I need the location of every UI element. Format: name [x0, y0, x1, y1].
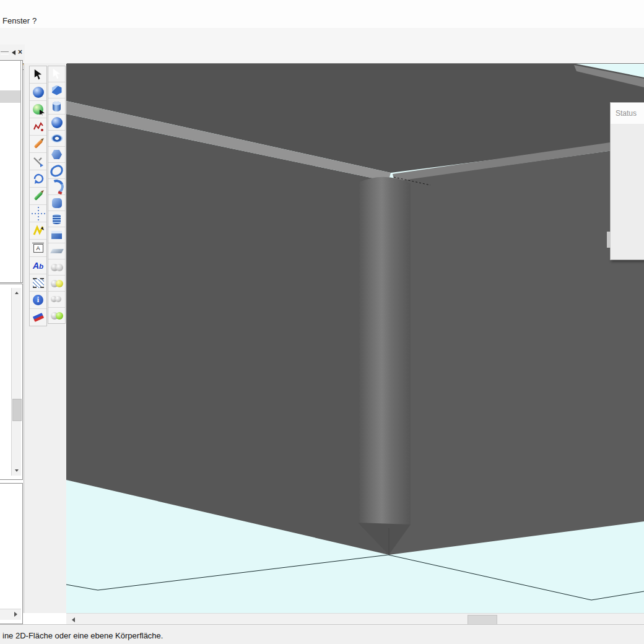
erase-button[interactable] — [30, 309, 46, 326]
status-panel-handle[interactable] — [607, 232, 611, 248]
browser-panel-top — [0, 60, 23, 283]
hatch-icon — [33, 278, 44, 288]
3d-viewport[interactable] — [66, 64, 644, 613]
boolean-intersect-button[interactable] — [48, 308, 65, 323]
hatch-area-button[interactable] — [30, 274, 46, 292]
dock-close-icon[interactable]: × — [18, 48, 22, 56]
status-bar: ine 2D-Fläche oder eine ebene Körperfläc… — [0, 627, 644, 644]
scroll-down-icon[interactable] — [12, 466, 21, 476]
torus-icon — [51, 134, 63, 142]
eraser-icon — [32, 313, 43, 322]
lightning-icon — [32, 225, 45, 237]
browser-horizontal-scrollbar[interactable] — [0, 609, 21, 620]
scroll-right-icon[interactable] — [11, 609, 20, 619]
status-message: ine 2D-Fläche oder eine ebene Körperfläc… — [2, 631, 163, 640]
menu-bar: Fenster ? — [0, 0, 644, 28]
scroll-left-icon[interactable] — [68, 615, 79, 625]
cube-icon — [52, 85, 62, 95]
info-button[interactable]: i — [30, 292, 46, 309]
plate-icon — [50, 249, 64, 253]
box-front-right-face — [389, 146, 644, 555]
format-toolbar — [0, 28, 644, 44]
sweep-pipe-button[interactable] — [48, 179, 65, 195]
status-panel: Status — [610, 102, 644, 260]
primitive-sphere-button[interactable] — [48, 115, 65, 131]
helix-button[interactable] — [48, 211, 65, 227]
tool-column-edit: A Ab i — [29, 66, 47, 326]
primitive-torus-button[interactable] — [48, 131, 65, 147]
box-front-left-face — [66, 114, 389, 555]
prism-icon — [51, 150, 62, 159]
primitive-cube-button[interactable] — [48, 82, 65, 98]
cylinder-icon — [53, 102, 61, 111]
menu-fenster[interactable]: Fenster — [0, 15, 32, 27]
point-cross-icon — [38, 213, 39, 214]
fillet-body-button[interactable] — [48, 195, 65, 211]
spheres-intersect-icon — [51, 311, 63, 320]
slab-button[interactable] — [48, 227, 65, 243]
pliers-icon — [32, 156, 45, 167]
wire-edit-button[interactable] — [30, 118, 46, 136]
sphere-icon — [51, 117, 63, 128]
box-corner-cylinder — [358, 177, 411, 527]
fillet-cube-icon — [52, 198, 62, 208]
scroll-up-icon[interactable] — [12, 288, 21, 298]
tool-column-solids — [48, 66, 66, 324]
browser-divider — [20, 61, 21, 282]
view-toolbar: Standard XY E 2D — [0, 44, 644, 64]
profile-loop-button[interactable] — [48, 163, 65, 179]
status-panel-header[interactable]: Status — [611, 103, 644, 124]
application-window: Fenster ? — [0, 0, 644, 644]
dock-grip-icon[interactable] — [1, 51, 9, 54]
wire-clamp-icon — [32, 121, 45, 133]
primitive-prism-button[interactable] — [48, 147, 65, 163]
plate-button[interactable] — [48, 243, 65, 259]
pencil-orange-icon — [33, 139, 43, 149]
scroll-thumb[interactable] — [12, 399, 22, 421]
dimension-label-icon: A — [33, 244, 43, 253]
orbit-select-button[interactable] — [30, 101, 46, 118]
spheres-pair-icon — [51, 295, 63, 304]
boolean-union-button[interactable] — [48, 259, 65, 276]
dimension-button[interactable]: A — [30, 240, 46, 257]
browser-panel-list — [0, 284, 23, 480]
modify-tools-button[interactable] — [30, 153, 46, 170]
primitive-cylinder-button[interactable] — [48, 98, 65, 115]
browser-header-strip — [0, 90, 20, 103]
pencil-green-icon — [33, 191, 43, 201]
browser-panel-bottom — [0, 483, 23, 624]
helix-coil-icon — [53, 214, 61, 224]
status-panel-title: Status — [616, 109, 637, 118]
spheres-subtract-icon — [51, 279, 63, 288]
pick-cursor-button[interactable] — [48, 66, 65, 82]
sketch-pencil-button[interactable] — [30, 136, 46, 153]
pick-cursor-icon — [52, 69, 61, 79]
slab-icon — [51, 231, 62, 239]
boolean-subtract-button[interactable] — [48, 276, 65, 292]
dock-collapse-icon[interactable] — [12, 50, 15, 55]
shaded-sphere-button[interactable] — [30, 84, 46, 101]
menu-help[interactable]: ? — [30, 15, 39, 27]
profile-loop-icon — [49, 163, 64, 178]
dock-panel-header: × — [0, 45, 25, 61]
measure-button[interactable] — [30, 222, 46, 240]
transform-button[interactable] — [30, 170, 46, 188]
browser-vertical-scrollbar[interactable] — [11, 288, 21, 476]
point-grid-button[interactable] — [30, 205, 46, 222]
tool-sidebar: A Ab i — [24, 63, 67, 613]
select-cursor-button[interactable] — [30, 66, 46, 84]
boolean-pair-button[interactable] — [48, 292, 65, 308]
select-cursor-icon — [33, 69, 43, 80]
text-edit-button[interactable]: Ab — [30, 257, 46, 274]
text-ab-icon: Ab — [33, 261, 43, 271]
shaded-sphere-icon — [33, 87, 44, 98]
info-icon: i — [33, 295, 43, 305]
sweep-pipe-icon — [48, 178, 66, 196]
annotate-pencil-button[interactable] — [30, 188, 46, 205]
rotate-arrows-icon — [32, 173, 45, 185]
3d-scene — [66, 64, 644, 613]
spheres-union-icon — [51, 263, 63, 272]
